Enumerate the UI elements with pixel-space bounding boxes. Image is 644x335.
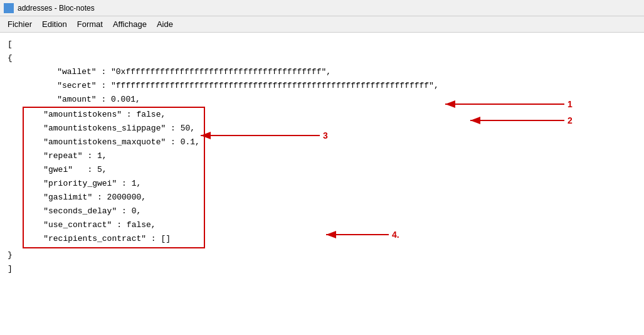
code-line-brace-open: { bbox=[8, 51, 636, 65]
svg-text:2: 2 bbox=[567, 115, 573, 125]
code-line-secret: "secret" : "ffffffffffffffffffffffffffff… bbox=[8, 79, 636, 93]
boxed-line-2: "amountistokens_slippage" : 50, bbox=[24, 122, 200, 136]
boxed-section: "amountistokens" : false, "amountistoken… bbox=[23, 107, 205, 248]
boxed-line-1: "amountistokens" : false, bbox=[24, 108, 200, 122]
boxed-line-6: "priority_gwei" : 1, bbox=[24, 177, 200, 191]
menu-format[interactable]: Format bbox=[72, 18, 108, 30]
svg-text:4.: 4. bbox=[392, 230, 399, 240]
code-line-bracket-close: ] bbox=[8, 262, 636, 276]
code-line-brace-close: } bbox=[8, 248, 636, 262]
app-icon bbox=[4, 3, 14, 13]
title-bar: addresses - Bloc-notes bbox=[0, 0, 644, 16]
menu-aide[interactable]: Aide bbox=[152, 18, 178, 30]
boxed-line-8: "seconds_delay" : 0, bbox=[24, 205, 200, 218]
menu-edition[interactable]: Edition bbox=[37, 18, 72, 30]
editor-area[interactable]: [ { "wallet" : "0xffffffffffffffffffffff… bbox=[0, 33, 644, 335]
boxed-line-4: "repeat" : 1, bbox=[24, 149, 200, 163]
boxed-line-10: "recipients_contract" : [] bbox=[24, 232, 200, 246]
boxed-line-7: "gaslimit" : 2000000, bbox=[24, 191, 200, 205]
menu-affichage[interactable]: Affichage bbox=[108, 18, 152, 30]
boxed-line-9: "use_contract" : false, bbox=[24, 218, 200, 232]
menu-bar: Fichier Edition Format Affichage Aide bbox=[0, 16, 644, 33]
window-title: addresses - Bloc-notes bbox=[18, 4, 95, 13]
svg-text:3: 3 bbox=[323, 130, 328, 141]
boxed-line-5: "gwei" : 5, bbox=[24, 163, 200, 177]
menu-fichier[interactable]: Fichier bbox=[3, 18, 37, 30]
code-line-amount: "amount" : 0.001, bbox=[8, 93, 636, 107]
code-line-wallet: "wallet" : "0xffffffffffffffffffffffffff… bbox=[8, 65, 636, 79]
code-line-bracket-open: [ bbox=[8, 38, 636, 51]
boxed-line-3: "amountistokens_maxquote" : 0.1, bbox=[24, 136, 200, 149]
